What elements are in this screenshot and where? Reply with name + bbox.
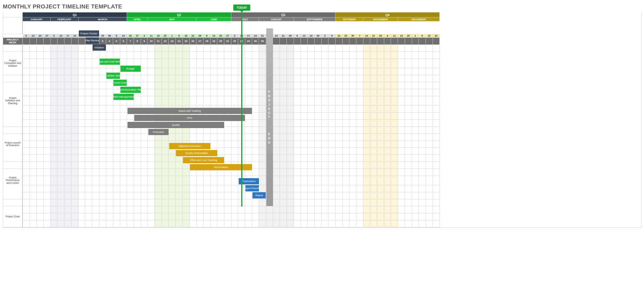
grid-cell xyxy=(287,127,294,134)
date-header-cell: 26 xyxy=(315,34,322,38)
grid-cell xyxy=(155,199,162,206)
grid-cell xyxy=(231,220,238,227)
gantt-bar[interactable]: Risk Management xyxy=(113,94,134,100)
grid-cell xyxy=(405,127,412,134)
gantt-bar[interactable]: Project Charter xyxy=(79,30,99,37)
week-number-cell: 20 xyxy=(217,38,224,45)
grid-cell xyxy=(23,127,30,134)
grid-cell xyxy=(433,213,440,220)
gantt-bar[interactable]: Forecasts xyxy=(148,129,169,135)
grid-cell xyxy=(176,185,183,192)
grid-cell xyxy=(308,45,315,52)
grid-cell xyxy=(71,89,79,96)
grid-cell xyxy=(301,68,308,75)
grid-cell xyxy=(79,141,86,148)
grid-cell xyxy=(308,82,315,89)
gantt-bar[interactable]: Status and Tracking xyxy=(128,108,252,114)
grid-cell xyxy=(176,68,183,75)
gantt-bar[interactable]: Effort and Cost Tracking xyxy=(183,157,224,163)
grid-cell xyxy=(57,162,64,169)
grid-cell xyxy=(287,199,294,206)
grid-cell xyxy=(273,155,280,162)
gantt-bar[interactable]: Work Bkdwn Structure xyxy=(106,73,120,79)
grid-cell xyxy=(71,113,79,120)
grid-cell xyxy=(120,106,127,113)
gantt-bar[interactable]: Performance xyxy=(190,164,252,170)
grid-cell xyxy=(71,148,79,155)
date-header-cell: 3 xyxy=(231,34,238,38)
phase-row-label xyxy=(3,192,23,199)
grid-cell xyxy=(120,45,127,52)
grid-cell xyxy=(155,169,162,176)
grid-cell xyxy=(252,169,259,176)
grid-cell xyxy=(280,113,287,120)
grid-cell xyxy=(349,127,356,134)
grid-cell xyxy=(106,176,113,185)
grid-cell xyxy=(71,75,79,82)
corner-blank xyxy=(3,12,23,17)
grid-cell xyxy=(155,82,162,89)
grid-cell xyxy=(308,134,315,141)
gantt-bar[interactable]: Scope and Goal Setting xyxy=(100,59,120,65)
grid-cell xyxy=(238,220,245,227)
grid-cell xyxy=(44,89,51,96)
grid-cell xyxy=(426,68,433,75)
grid-cell xyxy=(169,169,176,176)
gantt-bar[interactable]: Project Punchlist xyxy=(245,185,259,191)
week-number-cell xyxy=(343,38,350,45)
gantt-bar[interactable]: Quality Deliverables xyxy=(176,150,217,156)
gantt-bar[interactable]: Budget xyxy=(120,66,141,72)
grid-cell xyxy=(280,192,287,199)
grid-cell xyxy=(217,185,224,192)
gantt-bar[interactable]: Objective Execution xyxy=(169,143,210,149)
week-number-cell xyxy=(273,38,280,45)
grid-cell xyxy=(328,75,336,82)
grid-cell xyxy=(162,185,169,192)
grid-cell xyxy=(336,89,343,96)
grid-cell xyxy=(370,176,377,185)
gantt-bar[interactable]: Report xyxy=(252,192,266,198)
grid-cell xyxy=(231,82,238,89)
grid-cell xyxy=(370,185,377,192)
grid-cell xyxy=(183,169,190,176)
grid-cell xyxy=(259,96,266,106)
grid-cell xyxy=(176,206,183,213)
grid-cell xyxy=(398,106,405,113)
grid-cell xyxy=(113,213,120,220)
grid-cell xyxy=(433,45,440,52)
grid-cell xyxy=(57,127,64,134)
grid-cell xyxy=(419,52,426,59)
grid-cell xyxy=(183,82,190,89)
gantt-bar[interactable]: Gantt Chart xyxy=(113,80,127,86)
grid-cell xyxy=(92,89,99,96)
grid-cell xyxy=(398,68,405,75)
grid-cell xyxy=(391,89,398,96)
grid-cell xyxy=(71,59,79,68)
grid-cell xyxy=(113,185,120,192)
grid-cell xyxy=(217,148,224,155)
gantt-bar[interactable]: KPIs xyxy=(134,115,245,121)
grid-cell xyxy=(79,52,86,59)
grid-cell xyxy=(405,59,412,68)
gantt-bar[interactable]: Initiation xyxy=(93,44,106,51)
grid-cell xyxy=(37,113,44,120)
gantt-bar[interactable]: Communication Plan xyxy=(120,87,141,93)
grid-cell xyxy=(162,169,169,176)
gantt-bar[interactable]: Quality xyxy=(128,122,224,128)
week-number-cell xyxy=(363,38,370,45)
month-header: DECEMBER xyxy=(398,17,440,21)
grid-cell xyxy=(162,96,169,106)
grid-cell xyxy=(336,113,343,120)
grid-cell xyxy=(127,192,134,199)
grid-cell xyxy=(328,148,336,155)
date-header-cell: 22 xyxy=(190,34,197,38)
grid-cell xyxy=(217,45,224,52)
grid-cell xyxy=(419,127,426,134)
grid-cell xyxy=(92,206,99,213)
grid-cell xyxy=(287,220,294,227)
grid-cell xyxy=(322,185,329,192)
grid-cell xyxy=(30,199,37,206)
grid-cell xyxy=(259,82,266,89)
grid-cell xyxy=(204,213,211,220)
gantt-bar[interactable]: Plan Review xyxy=(86,37,99,44)
